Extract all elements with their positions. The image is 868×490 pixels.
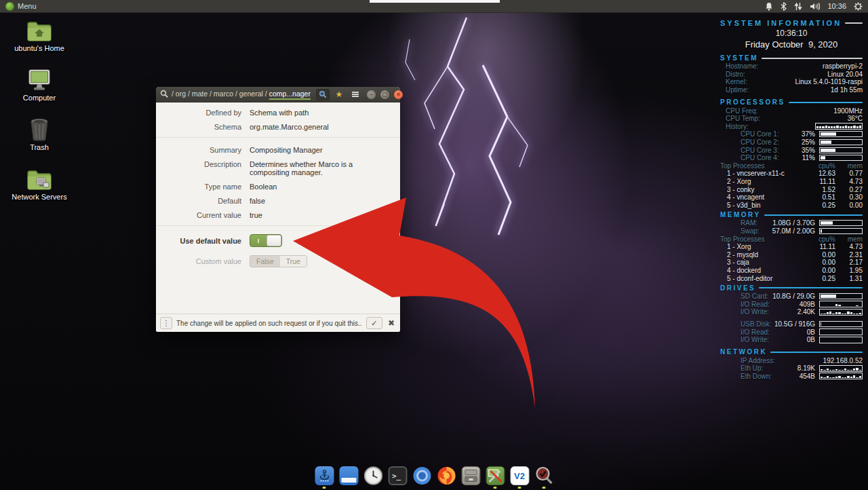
swap-bar xyxy=(819,228,863,234)
top-white-strip xyxy=(370,0,500,3)
apply-button[interactable]: ✓ xyxy=(366,317,382,329)
dismiss-button[interactable]: ✖ xyxy=(387,318,396,328)
usb-read-graph xyxy=(819,328,863,335)
panel-clock[interactable]: 10:36 xyxy=(827,2,846,10)
window-titlebar[interactable]: / org / mate / marco / general / comp...… xyxy=(156,87,400,102)
dconf-editor-window: / org / mate / marco / general / comp...… xyxy=(156,87,400,332)
home-folder-icon xyxy=(26,19,53,42)
window-footer: ⋮ The change will be applied on such req… xyxy=(156,314,400,332)
desktop-icon-label: Computer xyxy=(23,94,56,102)
process-row: 5 - v3d_bin0.250.00 xyxy=(720,202,863,210)
footer-menu-button[interactable]: ⋮ xyxy=(160,317,172,329)
computer-icon xyxy=(26,69,52,92)
dock-item-chromium[interactable] xyxy=(412,466,433,489)
dock-item-terminal[interactable]: >_ xyxy=(387,466,408,489)
network-updown-icon[interactable] xyxy=(794,2,802,11)
true-option[interactable]: True xyxy=(280,256,307,267)
running-indicator xyxy=(518,487,521,489)
dock-item-firefox[interactable] xyxy=(436,466,457,489)
chromium-icon xyxy=(412,466,432,486)
firefox-icon xyxy=(436,466,456,486)
dock-item-file-cabinet[interactable] xyxy=(460,466,481,489)
window-menu-button[interactable] xyxy=(349,89,362,100)
maximize-button[interactable]: ▢ xyxy=(380,90,389,99)
conky-section-network: NETWORK xyxy=(720,348,863,356)
usb-disk-bar xyxy=(819,321,863,327)
settings-gear-icon[interactable] xyxy=(854,2,863,11)
desktop-icon-label: ubuntu's Home xyxy=(14,44,64,52)
bookmark-star-button[interactable]: ★ xyxy=(332,89,346,100)
eth-up-graph xyxy=(819,365,863,372)
cpu-core-bar xyxy=(819,131,863,137)
process-row: 5 - dconf-editor0.251.31 xyxy=(720,274,863,282)
show-desktop-icon xyxy=(338,466,359,486)
conky-system-monitor: SYSTEM INFORMATION 10:36:10 Friday Octob… xyxy=(720,19,863,380)
search-button[interactable] xyxy=(316,89,330,100)
desktop-icon-network-servers[interactable]: Network Servers xyxy=(7,168,72,201)
clock-app-icon xyxy=(363,466,383,486)
process-row: 4 - vncagent0.510.30 xyxy=(720,193,863,202)
process-row: 1 - vncserver-x11-c12.630.77 xyxy=(720,170,863,178)
system-tools-icon xyxy=(485,466,505,486)
dock-item-anchor[interactable] xyxy=(314,466,335,489)
toggle-on-mark: I xyxy=(250,238,267,244)
conky-section-system: SYSTEM xyxy=(720,54,863,62)
bluetooth-icon[interactable] xyxy=(781,2,787,11)
terminal-icon: >_ xyxy=(387,466,408,486)
running-indicator xyxy=(542,487,546,489)
separator xyxy=(156,137,400,138)
dock-item-system-tools[interactable] xyxy=(485,466,506,489)
hamburger-icon xyxy=(352,92,359,97)
menu-button[interactable]: Menu xyxy=(0,0,42,12)
dock-item-search-check[interactable] xyxy=(534,466,555,489)
conky-date: Friday October 9, 2020 xyxy=(720,39,863,50)
close-button[interactable]: × xyxy=(394,90,403,99)
cpu-core-bar xyxy=(819,155,863,161)
minimize-button[interactable]: − xyxy=(367,90,376,99)
breadcrumb[interactable]: / org / mate / marco / general / comp...… xyxy=(172,90,311,100)
desktop: Menu 10:36 ubuntu's xyxy=(0,0,868,490)
eth-down-graph xyxy=(819,373,863,379)
desktop-icon-home[interactable]: ubuntu's Home xyxy=(7,19,72,52)
menu-icon xyxy=(5,2,14,11)
io-read-graph xyxy=(819,301,863,307)
dock-item-vnc-viewer[interactable]: V2 xyxy=(509,466,530,489)
default-row: Defaultfalse xyxy=(156,197,400,205)
running-indicator xyxy=(494,487,497,489)
dock-item-clock[interactable] xyxy=(363,466,384,489)
custom-value-segmented: False True xyxy=(250,255,307,267)
search-check-icon xyxy=(534,466,554,486)
running-indicator xyxy=(323,487,326,489)
conky-section-processors: PROCESSORS xyxy=(720,98,863,106)
system-tray: 10:36 xyxy=(765,2,868,11)
menu-label: Menu xyxy=(18,2,37,10)
ram-bar xyxy=(819,220,863,226)
dock: >_ xyxy=(314,466,555,490)
sd-card-bar xyxy=(819,293,863,299)
use-default-toggle[interactable]: I xyxy=(250,234,282,247)
vnc-viewer-icon: V2 xyxy=(509,466,530,486)
process-row: 3 - conky1.520.27 xyxy=(720,185,863,193)
cpu-history-graph xyxy=(815,123,863,130)
process-row: 2 - Xorg11.114.73 xyxy=(720,178,863,186)
volume-icon[interactable] xyxy=(810,2,820,11)
star-icon: ★ xyxy=(336,90,343,98)
conky-section-memory: MEMORY xyxy=(720,211,863,219)
dock-item-show-desktop[interactable] xyxy=(338,466,359,489)
desktop-icon-computer[interactable]: Computer xyxy=(7,69,72,102)
key-details: Defined bySchema with path Schemaorg.mat… xyxy=(156,102,400,314)
use-default-value-row: Use default value I xyxy=(156,234,400,247)
process-row: 1 - Xorg11.114.73 xyxy=(720,243,863,251)
desktop-icons: ubuntu's Home Computer Trash Network Ser… xyxy=(7,19,72,217)
notifications-icon[interactable] xyxy=(765,2,773,11)
desktop-icon-trash[interactable]: Trash xyxy=(7,118,72,151)
io-write-graph xyxy=(819,309,863,316)
current-value-row: Current valuetrue xyxy=(156,211,400,219)
process-row: 3 - caja0.002.17 xyxy=(720,259,863,267)
toggle-knob xyxy=(267,235,281,246)
conky-time: 10:36:10 xyxy=(720,29,863,38)
summary-row: SummaryCompositing Manager xyxy=(156,146,400,154)
false-option[interactable]: False xyxy=(250,256,280,267)
process-row: 2 - mysqld0.002.31 xyxy=(720,250,863,259)
key-search-icon xyxy=(160,90,169,100)
